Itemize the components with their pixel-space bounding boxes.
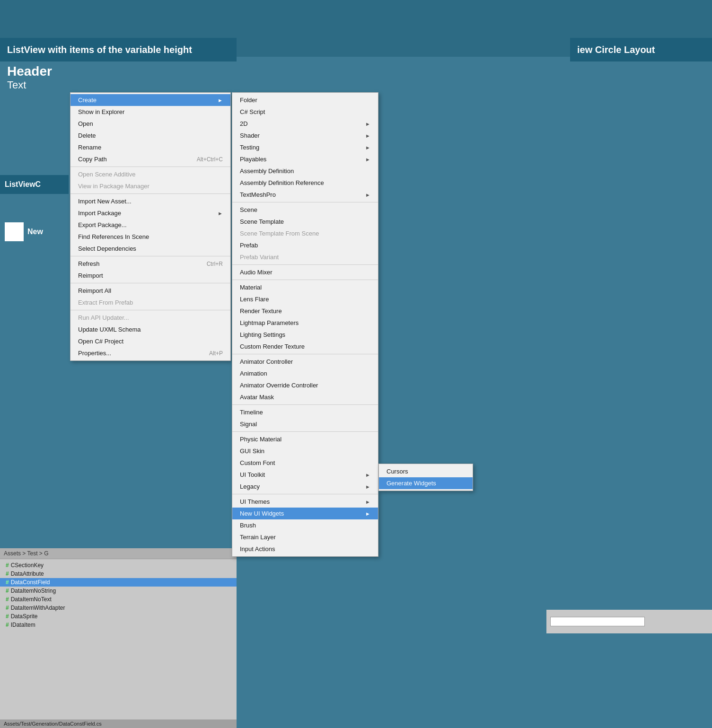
create-menu-item-custom-render-texture[interactable]: Custom Render Texture [232,341,378,352]
create-menu-item-gui-skin[interactable]: GUI Skin [232,445,378,457]
menu-item-update-uxml[interactable]: Update UXML Schema [70,324,230,335]
create-menu-item-scene[interactable]: Scene [232,204,378,216]
new-item: New [0,196,69,267]
create-menu-item-animator-controller[interactable]: Animator Controller [232,356,378,368]
create-menu-item-ui-toolkit[interactable]: UI Toolkit► [232,469,378,481]
create-menu-item-2d[interactable]: 2D► [232,118,378,130]
menu-label: Prefab [240,242,258,249]
submenu-arrow-icon: ► [365,157,370,162]
create-menu-item-scene-template[interactable]: Scene Template [232,216,378,228]
menu-label: Import New Asset... [78,198,132,205]
create-menu-item-testing[interactable]: Testing► [232,141,378,153]
menu-item-copy-path[interactable]: Copy PathAlt+Ctrl+C [70,153,230,165]
search-panel [546,610,712,633]
create-menu-item-audio-mixer[interactable]: Audio Mixer [232,266,378,278]
menu-item-delete[interactable]: Delete [70,130,230,141]
menu-label: Input Actions [240,545,275,553]
menu-label: Update UXML Schema [78,326,141,333]
create-menu-item-new-ui-widgets[interactable]: New UI Widgets► [232,508,378,519]
create-menu-item-terrain-layer[interactable]: Terrain Layer [232,531,378,543]
file-item-datasprite[interactable]: #DataSprite [0,612,237,621]
file-item-dataattribute[interactable]: #DataAttribute [0,570,237,578]
create-menu-item-custom-font[interactable]: Custom Font [232,457,378,469]
menu-item-select-dependencies[interactable]: Select Dependencies [70,243,230,254]
menu-label: Create [78,96,97,104]
menu-label: Delete [78,132,96,139]
file-item-csectionkey[interactable]: #CSectionKey [0,561,237,570]
menu-shortcut: Ctrl+R [207,261,223,267]
submenu-arrow-icon: ► [365,192,370,198]
menu-item-open[interactable]: Open [70,118,230,130]
header-line2: Text [7,79,52,91]
new-item-label: New [27,228,43,236]
file-item-dataitemwithadapter[interactable]: #DataItemWithAdapter [0,604,237,612]
menu-item-find-references[interactable]: Find References In Scene [70,231,230,243]
menu-item-open-csharp[interactable]: Open C# Project [70,335,230,347]
menu-item-show-in-explorer[interactable]: Show in Explorer [70,106,230,118]
menu-label: Assembly Definition Reference [240,179,324,186]
new-item-icon [5,222,24,241]
menu-label: Render Texture [240,307,282,315]
widgets-menu-item-generate-widgets[interactable]: Generate Widgets [379,477,473,489]
file-hash-icon: # [6,596,9,603]
menu-label: Run API Updater... [78,314,129,321]
widgets-menu-item-cursors[interactable]: Cursors [379,465,473,477]
menu-item-export-package[interactable]: Export Package... [70,219,230,231]
menu-item-import-package[interactable]: Import Package► [70,207,230,219]
create-menu-item-assembly-definition-reference[interactable]: Assembly Definition Reference [232,177,378,189]
menu-label: Prefab Variant [240,254,279,261]
create-menu-item-assembly-definition[interactable]: Assembly Definition [232,165,378,177]
create-menu-item-signal[interactable]: Signal [232,418,378,430]
menu-label: Open Scene Additive [78,171,135,178]
create-menu-item-animation[interactable]: Animation [232,368,378,379]
create-menu-item-timeline[interactable]: Timeline [232,406,378,418]
menu-label: Shader [240,132,260,139]
menu-label: Lens Flare [240,296,269,303]
create-menu-item-physic-material[interactable]: Physic Material [232,433,378,445]
submenu-arrow-icon: ► [365,499,370,505]
file-item-dataitemnotext[interactable]: #DataItemNoText [0,595,237,604]
menu-item-reimport[interactable]: Reimport [70,270,230,281]
file-item-idataitem[interactable]: #IDataItem [0,621,237,629]
file-hash-icon: # [6,588,9,594]
create-menu-item-brush[interactable]: Brush [232,519,378,531]
submenu-arrow-icon: ► [365,121,370,127]
menu-item-properties[interactable]: Properties...Alt+P [70,347,230,359]
create-menu-item-animator-override[interactable]: Animator Override Controller [232,379,378,391]
menu-item-import-new-asset[interactable]: Import New Asset... [70,195,230,207]
create-menu-item-ui-themes[interactable]: UI Themes► [232,496,378,508]
menu-label: Import Package [78,210,121,217]
menu-label: Custom Render Texture [240,343,305,350]
file-hash-icon: # [6,622,9,628]
create-menu-item-shader[interactable]: Shader► [232,130,378,141]
menu-item-refresh[interactable]: RefreshCtrl+R [70,258,230,270]
create-menu-item-input-actions[interactable]: Input Actions [232,543,378,555]
menu-item-reimport-all[interactable]: Reimport All [70,285,230,297]
create-menu-item-lightmap-parameters[interactable]: Lightmap Parameters [232,317,378,329]
menu-item-create[interactable]: Create► [70,94,230,106]
create-menu-item-csharp-script[interactable]: C# Script [232,106,378,118]
menu-label: Assembly Definition [240,167,294,175]
file-hash-icon: # [6,613,9,620]
create-menu-item-material[interactable]: Material [232,281,378,293]
create-menu-item-render-texture[interactable]: Render Texture [232,305,378,317]
create-menu-item-prefab[interactable]: Prefab [232,239,378,251]
create-menu-item-legacy[interactable]: Legacy► [232,481,378,492]
menu-label: Generate Widgets [387,480,436,487]
create-menu-item-folder[interactable]: Folder [232,94,378,106]
menu-item-extract-from-prefab: Extract From Prefab [70,297,230,308]
create-menu-item-lens-flare[interactable]: Lens Flare [232,293,378,305]
create-menu-item-lighting-settings[interactable]: Lighting Settings [232,329,378,341]
menu-label: Animation [240,370,267,377]
menu-item-rename[interactable]: Rename [70,141,230,153]
create-menu-item-playables[interactable]: Playables► [232,153,378,165]
create-menu-item-textmeshpro[interactable]: TextMeshPro► [232,189,378,201]
file-item-dataconstfield[interactable]: #DataConstField [0,578,237,587]
menu-label: UI Themes [240,498,270,505]
file-item-dataitemnostring[interactable]: #DataItemNoString [0,587,237,595]
menu-separator [70,283,230,283]
menu-label: Timeline [240,409,263,416]
create-menu-item-avatar-mask[interactable]: Avatar Mask [232,391,378,403]
header-text-area: Header Text [7,64,52,91]
search-input[interactable] [550,617,645,626]
